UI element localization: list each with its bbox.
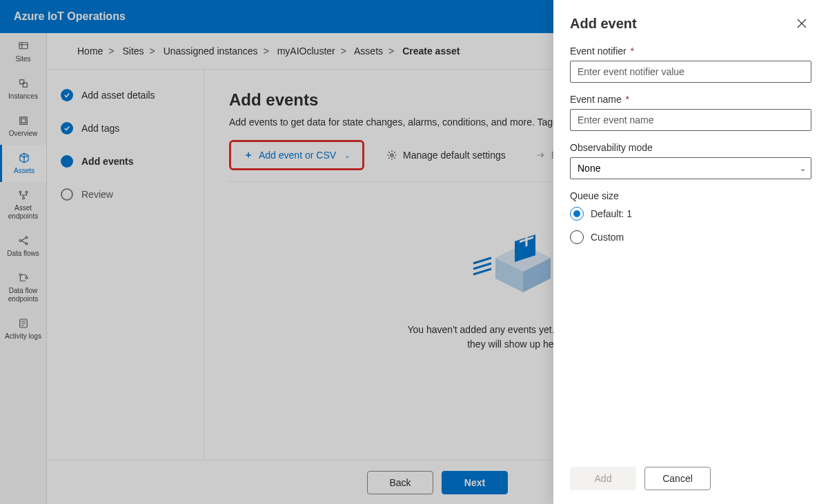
close-button[interactable] bbox=[792, 14, 811, 33]
queue-size-custom-radio[interactable]: Custom bbox=[570, 230, 811, 244]
event-notifier-field: Event notifier * bbox=[570, 46, 811, 83]
event-name-input[interactable] bbox=[570, 109, 811, 131]
flyout-cancel-button[interactable]: Cancel bbox=[644, 467, 711, 490]
observability-mode-field: Observability mode ⌄ bbox=[570, 142, 811, 179]
flyout-add-button: Add bbox=[570, 467, 636, 490]
radio-unchecked-icon bbox=[570, 230, 584, 244]
add-event-panel: Add event Event notifier * Event name * … bbox=[553, 0, 828, 504]
event-name-field: Event name * bbox=[570, 94, 811, 131]
flyout-title: Add event bbox=[570, 16, 637, 32]
event-notifier-input[interactable] bbox=[570, 61, 811, 83]
queue-size-field: Queue size Default: 1 Custom bbox=[570, 190, 811, 254]
close-icon bbox=[797, 19, 807, 28]
queue-size-label: Queue size bbox=[570, 190, 811, 201]
event-notifier-label: Event notifier * bbox=[570, 46, 811, 57]
queue-size-default-radio[interactable]: Default: 1 bbox=[570, 207, 811, 221]
observability-mode-label: Observability mode bbox=[570, 142, 811, 153]
observability-mode-select[interactable] bbox=[570, 157, 811, 179]
event-name-label: Event name * bbox=[570, 94, 811, 105]
radio-checked-icon bbox=[570, 207, 584, 221]
